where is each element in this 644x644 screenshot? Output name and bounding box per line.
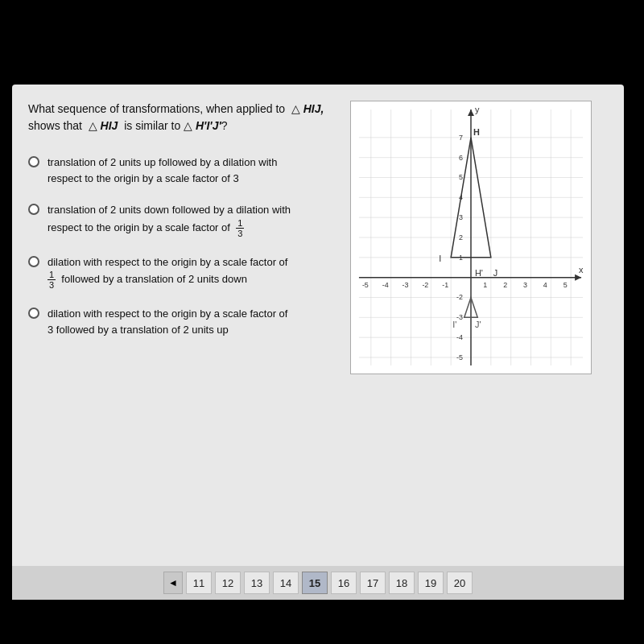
page-15[interactable]: 15 xyxy=(302,572,328,594)
fraction-b: 1 3 xyxy=(236,218,244,238)
page-12[interactable]: 12 xyxy=(215,572,241,594)
coordinate-graph: x y -5 -4 -3 -2 -1 1 2 3 4 5 7 6 xyxy=(351,101,591,374)
options-list: translation of 2 units up followed by a … xyxy=(28,155,342,337)
page-19[interactable]: 19 xyxy=(418,572,444,594)
svg-marker-23 xyxy=(575,275,581,281)
page-18[interactable]: 18 xyxy=(389,572,415,594)
radio-a[interactable] xyxy=(28,156,39,167)
svg-text:4: 4 xyxy=(543,281,547,289)
triangle-label-2: HIJ xyxy=(101,119,118,132)
question-part4: ? xyxy=(221,119,228,132)
svg-text:-1: -1 xyxy=(442,281,448,289)
main-container: What sequence of transformations, when a… xyxy=(12,85,624,584)
svg-text:-3: -3 xyxy=(402,281,409,289)
radio-b[interactable] xyxy=(28,204,39,215)
page-20[interactable]: 20 xyxy=(447,572,473,594)
label-H-prime: H' xyxy=(475,268,483,278)
svg-text:-2: -2 xyxy=(422,281,428,289)
svg-text:3: 3 xyxy=(459,213,463,221)
svg-text:5: 5 xyxy=(564,281,568,289)
question-part3: is similar to xyxy=(124,119,180,132)
svg-text:7: 7 xyxy=(459,134,463,142)
option-b[interactable]: translation of 2 units down followed by … xyxy=(28,202,342,238)
page-14[interactable]: 14 xyxy=(273,572,299,594)
svg-text:-3: -3 xyxy=(456,313,463,321)
option-d-text: dilation with respect to the origin by a… xyxy=(47,306,287,337)
page-11[interactable]: 11 xyxy=(186,572,212,594)
triangle-symbol-1: △ xyxy=(291,102,300,115)
option-c[interactable]: dilation with respect to the origin by a… xyxy=(28,254,342,291)
svg-text:-2: -2 xyxy=(456,293,463,301)
option-d[interactable]: dilation with respect to the origin by a… xyxy=(28,306,342,337)
svg-text:2: 2 xyxy=(503,281,507,289)
svg-text:-4: -4 xyxy=(382,281,389,289)
triangle-label-3: H'I'J' xyxy=(196,119,221,132)
right-panel: x y -5 -4 -3 -2 -1 1 2 3 4 5 7 6 xyxy=(350,101,608,568)
page-17[interactable]: 17 xyxy=(360,572,386,594)
pagination-prev[interactable]: ◄ xyxy=(163,572,183,594)
triangle-label-1: HIJ, xyxy=(303,102,324,115)
label-H: H xyxy=(473,127,480,137)
question-text: What sequence of transformations, when a… xyxy=(28,101,342,134)
svg-text:3: 3 xyxy=(523,281,527,289)
page-16[interactable]: 16 xyxy=(331,572,357,594)
left-panel: What sequence of transformations, when a… xyxy=(28,101,350,568)
svg-text:-5: -5 xyxy=(456,353,463,361)
svg-text:-5: -5 xyxy=(362,281,369,289)
x-axis-label: x xyxy=(579,265,584,275)
fraction-c: 1 3 xyxy=(47,270,56,290)
label-J: J xyxy=(493,268,497,278)
svg-text:2: 2 xyxy=(459,233,463,242)
svg-text:-4: -4 xyxy=(456,333,463,341)
label-I-prime: I' xyxy=(452,320,456,329)
content-area: What sequence of transformations, when a… xyxy=(28,101,608,568)
graph-container: x y -5 -4 -3 -2 -1 1 2 3 4 5 7 6 xyxy=(350,101,592,374)
triangle-symbol-2: △ xyxy=(89,119,97,132)
triangle-symbol-3: △ xyxy=(184,119,192,132)
radio-c[interactable] xyxy=(28,256,39,267)
option-b-text: translation of 2 units down followed by … xyxy=(47,202,291,238)
svg-marker-24 xyxy=(468,109,474,116)
radio-d[interactable] xyxy=(28,308,39,319)
y-axis-label: y xyxy=(475,105,480,114)
question-part2: shows that xyxy=(28,119,82,132)
pagination-bar: ◄ 11 12 13 14 15 16 17 18 19 20 xyxy=(12,566,624,600)
svg-text:6: 6 xyxy=(459,154,463,162)
option-c-text: dilation with respect to the origin by a… xyxy=(47,254,287,291)
question-part1: What sequence of transformations, when a… xyxy=(28,102,285,115)
svg-text:5: 5 xyxy=(459,173,463,181)
label-J-prime: J' xyxy=(475,320,481,329)
label-I: I xyxy=(439,254,441,263)
option-a-text: translation of 2 units up followed by a … xyxy=(47,155,277,186)
page-13[interactable]: 13 xyxy=(244,572,270,594)
svg-text:1: 1 xyxy=(483,281,487,289)
option-a[interactable]: translation of 2 units up followed by a … xyxy=(28,155,342,186)
